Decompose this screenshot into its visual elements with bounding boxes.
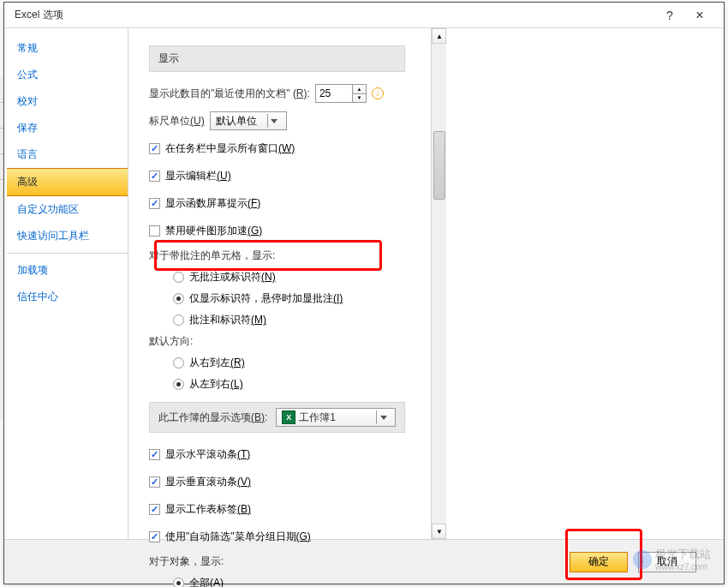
checkbox-label: 显示水平滚动条(T) bbox=[165, 447, 250, 462]
radio-label: 仅显示标识符，悬停时加显批注(I) bbox=[189, 291, 343, 306]
sidebar-item-language[interactable]: 语言 bbox=[7, 141, 128, 168]
info-icon[interactable]: i bbox=[372, 87, 384, 99]
excel-options-dialog: Excel 选项 ? × 常规 公式 校对 保存 语言 高级 自定义功能区 快速… bbox=[3, 2, 725, 584]
ok-button[interactable]: 确定 bbox=[570, 552, 628, 572]
spinner-down-icon[interactable]: ▼ bbox=[353, 94, 366, 103]
checkbox-label: 使用"自动筛选"菜单分组日期(G) bbox=[165, 530, 311, 544]
watermark: ↓ 极光下载站 www.xz7.com bbox=[633, 547, 711, 572]
radio-label: 无批注或标识符(N) bbox=[189, 270, 276, 285]
direction-group-label: 默认方向: bbox=[149, 334, 405, 349]
options-content: 显示 显示此数目的"最近使用的文档" (R): ▲ ▼ i 标尺单位(U) 默认… bbox=[128, 28, 446, 587]
radio-ltr[interactable] bbox=[173, 379, 184, 390]
workbook-select[interactable]: X 工作簿1 bbox=[276, 408, 396, 427]
comments-group-label: 对于带批注的单元格，显示: bbox=[149, 249, 405, 263]
vertical-scrollbar[interactable]: ▲ ▼ bbox=[431, 28, 446, 539]
watermark-icon: ↓ bbox=[633, 550, 652, 569]
checkbox-hscrollbar[interactable] bbox=[149, 449, 160, 460]
radio-label: 从左到右(L) bbox=[189, 377, 243, 392]
checkbox-label: 显示编辑栏(U) bbox=[165, 169, 231, 183]
close-button[interactable]: × bbox=[683, 8, 717, 23]
spinner-up-icon[interactable]: ▲ bbox=[353, 85, 366, 94]
sidebar-item-save[interactable]: 保存 bbox=[7, 115, 128, 141]
objects-group-label: 对于对象，显示: bbox=[149, 554, 405, 569]
recent-docs-input[interactable] bbox=[315, 84, 353, 103]
scroll-thumb[interactable] bbox=[433, 131, 445, 200]
dialog-title: Excel 选项 bbox=[11, 8, 657, 22]
checkbox-function-tips[interactable] bbox=[149, 198, 160, 209]
checkbox-label: 显示函数屏幕提示(F) bbox=[165, 196, 260, 211]
scroll-up-icon[interactable]: ▲ bbox=[432, 28, 446, 44]
options-sidebar: 常规 公式 校对 保存 语言 高级 自定义功能区 快速访问工具栏 加载项 信任中… bbox=[4, 28, 128, 539]
ruler-units-label: 标尺单位(U) bbox=[149, 114, 205, 129]
checkbox-label: 显示垂直滚动条(V) bbox=[165, 475, 251, 489]
sidebar-item-customize-ribbon[interactable]: 自定义功能区 bbox=[7, 196, 128, 223]
recent-docs-label: 显示此数目的"最近使用的文档" (R): bbox=[149, 87, 310, 101]
sidebar-item-proofing[interactable]: 校对 bbox=[7, 88, 128, 115]
sidebar-item-general[interactable]: 常规 bbox=[7, 35, 128, 62]
sidebar-item-formulas[interactable]: 公式 bbox=[7, 62, 128, 88]
radio-label: 批注和标识符(M) bbox=[189, 313, 266, 327]
sidebar-item-quick-access[interactable]: 快速访问工具栏 bbox=[7, 223, 128, 249]
checkbox-label: 禁用硬件图形加速(G) bbox=[165, 224, 262, 238]
excel-icon: X bbox=[282, 410, 295, 424]
checkbox-label: 在任务栏中显示所有窗口(W) bbox=[165, 141, 295, 156]
checkbox-disable-hw-accel[interactable] bbox=[149, 225, 160, 237]
radio-label: 全部(A) bbox=[189, 576, 224, 587]
sidebar-item-trust-center[interactable]: 信任中心 bbox=[7, 284, 128, 310]
checkbox-vscrollbar[interactable] bbox=[149, 476, 160, 488]
radio-label: 从右到左(R) bbox=[189, 356, 245, 370]
checkbox-label: 显示工作表标签(B) bbox=[165, 502, 251, 517]
section-display: 显示 bbox=[149, 45, 405, 72]
chevron-down-icon bbox=[267, 114, 281, 128]
radio-rtl[interactable] bbox=[173, 357, 184, 368]
sidebar-item-advanced[interactable]: 高级 bbox=[7, 168, 128, 196]
chevron-down-icon bbox=[376, 410, 390, 424]
checkbox-taskbar-windows[interactable] bbox=[149, 143, 160, 154]
checkbox-autofilter-dates[interactable] bbox=[149, 531, 160, 542]
radio-indicator-only[interactable] bbox=[173, 293, 184, 304]
help-button[interactable]: ? bbox=[657, 9, 683, 22]
radio-objects-all[interactable] bbox=[173, 578, 184, 587]
radio-comments-and-indicator[interactable] bbox=[173, 314, 184, 326]
checkbox-sheet-tabs[interactable] bbox=[149, 504, 160, 515]
radio-no-comments[interactable] bbox=[173, 272, 184, 283]
sidebar-item-addins[interactable]: 加载项 bbox=[7, 257, 128, 284]
recent-docs-spinner[interactable]: ▲ ▼ bbox=[353, 84, 367, 103]
title-bar: Excel 选项 ? × bbox=[4, 3, 724, 28]
sidebar-divider bbox=[7, 253, 128, 254]
scroll-down-icon[interactable]: ▼ bbox=[432, 524, 446, 539]
section-workbook-display: 此工作簿的显示选项(B): X 工作簿1 bbox=[149, 402, 405, 433]
ruler-units-select[interactable]: 默认单位 bbox=[210, 111, 287, 130]
checkbox-formula-bar[interactable] bbox=[149, 171, 160, 182]
